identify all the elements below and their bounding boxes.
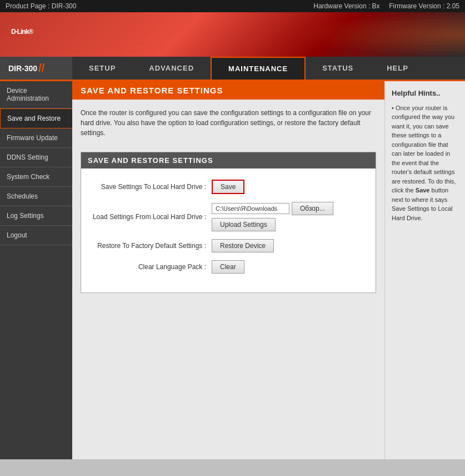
sidebar-item-system-check[interactable]: System Check bbox=[0, 167, 72, 187]
top-bar: Product Page : DIR-300 Hardware Version … bbox=[0, 0, 465, 12]
nav-tabs: DIR-300 // SETUP ADVANCED MAINTENANCE ST… bbox=[0, 57, 465, 81]
save-button[interactable]: Save bbox=[212, 180, 244, 194]
content-area: SAVE AND RESTORE SETTINGS Once the route… bbox=[72, 81, 384, 459]
sidebar-item-schedules[interactable]: Schedules bbox=[0, 187, 72, 206]
restore-row: Restore To Factory Default Settings : Re… bbox=[89, 239, 367, 252]
section-title: SAVE AND RESTORE SETTINGS bbox=[81, 152, 376, 168]
tab-status[interactable]: STATUS bbox=[306, 57, 370, 80]
header: D-Link® bbox=[0, 12, 465, 57]
save-restore-section: SAVE AND RESTORE SETTINGS Save Settings … bbox=[81, 152, 376, 293]
main-layout: Device Administration Save and Restore F… bbox=[0, 81, 465, 459]
restore-label: Restore To Factory Default Settings : bbox=[89, 242, 212, 250]
tab-advanced[interactable]: ADVANCED bbox=[132, 57, 211, 80]
section-content: Save Settings To Local Hard Drive : Save… bbox=[81, 168, 376, 292]
sidebar: Device Administration Save and Restore F… bbox=[0, 81, 72, 459]
logo: D-Link® bbox=[11, 23, 33, 46]
version-info: Hardware Version : Bx Firmware Version :… bbox=[313, 2, 459, 10]
restore-device-button[interactable]: Restore Device bbox=[212, 239, 274, 252]
device-model: DIR-300 // bbox=[0, 57, 72, 80]
intro-text: Once the router is configured you can sa… bbox=[72, 100, 384, 146]
slash-icon: // bbox=[38, 62, 44, 75]
tab-help[interactable]: HELP bbox=[370, 57, 425, 80]
restore-controls: Restore Device bbox=[212, 239, 274, 252]
sidebar-item-logout[interactable]: Logout bbox=[0, 226, 72, 245]
load-row: Load Settings From Local Hard Drive : C:… bbox=[89, 202, 367, 231]
sidebar-item-device-administration[interactable]: Device Administration bbox=[0, 81, 72, 108]
browse-button[interactable]: Обзор... bbox=[292, 202, 333, 215]
sidebar-item-ddns-setting[interactable]: DDNS Setting bbox=[0, 148, 72, 167]
sidebar-item-log-settings[interactable]: Log Settings bbox=[0, 206, 72, 226]
clear-controls: Clear bbox=[212, 260, 244, 274]
clear-button[interactable]: Clear bbox=[212, 260, 244, 274]
save-controls: Save bbox=[212, 180, 244, 194]
help-text: • Once your router is configured the way… bbox=[392, 103, 458, 223]
file-input-mock: C:\Users\Я\Downloads Обзор... bbox=[212, 202, 333, 215]
trademark: ® bbox=[28, 28, 33, 36]
clear-row: Clear Language Pack : Clear bbox=[89, 260, 367, 274]
page-title: SAVE AND RESTORE SETTINGS bbox=[72, 81, 384, 100]
help-title: Helpful Hints.. bbox=[392, 88, 458, 99]
tab-setup[interactable]: SETUP bbox=[72, 57, 132, 80]
sidebar-item-save-and-restore[interactable]: Save and Restore bbox=[0, 108, 72, 128]
file-path: C:\Users\Я\Downloads bbox=[212, 203, 289, 214]
save-row: Save Settings To Local Hard Drive : Save bbox=[89, 180, 367, 194]
save-label: Save Settings To Local Hard Drive : bbox=[89, 183, 212, 191]
load-controls: C:\Users\Я\Downloads Обзор... Upload Set… bbox=[212, 202, 333, 231]
tab-maintenance[interactable]: MAINTENANCE bbox=[211, 57, 306, 80]
product-label: Product Page : DIR-300 bbox=[6, 2, 76, 10]
help-panel: Helpful Hints.. • Once your router is co… bbox=[384, 81, 465, 459]
clear-label: Clear Language Pack : bbox=[89, 263, 212, 271]
load-label: Load Settings From Local Hard Drive : bbox=[89, 213, 212, 221]
upload-settings-button[interactable]: Upload Settings bbox=[212, 218, 276, 231]
sidebar-item-firmware-update[interactable]: Firmware Update bbox=[0, 128, 72, 148]
